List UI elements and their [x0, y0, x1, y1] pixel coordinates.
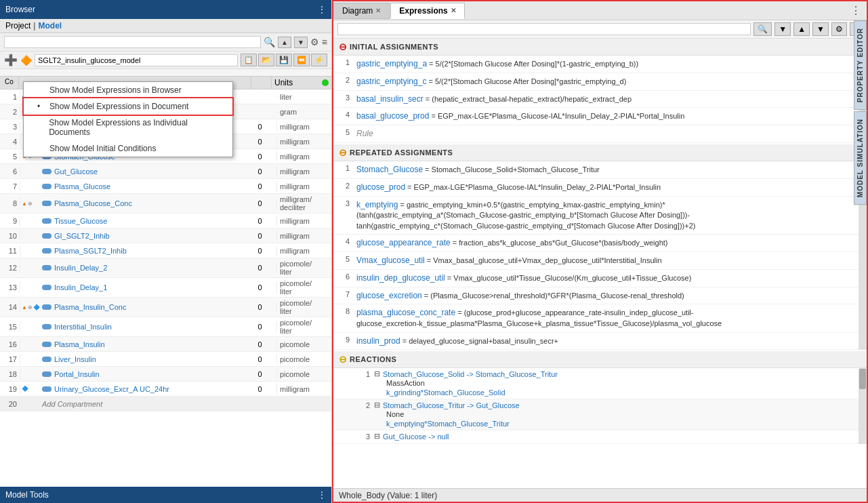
action-btn-5[interactable]: ⚡ — [311, 54, 327, 66]
model-action-btns: 📋 📂 💾 ⏪ ⚡ — [241, 54, 327, 66]
col-ic-header — [251, 77, 272, 89]
row-ic-8: 0 — [243, 198, 277, 209]
capsule-icon-14 — [42, 304, 51, 310]
row-ic-5: 0 — [243, 151, 277, 162]
right-search-input[interactable] — [337, 23, 751, 35]
row-ic-17: 0 — [243, 354, 277, 365]
side-tab-property-editor[interactable]: PROPERTY EDITOR — [854, 20, 867, 110]
add-compartment-row[interactable]: 20 Add Compartment — [0, 397, 331, 411]
reaction-row-1: 1 ⊟ Stomach_Glucose_Solid -> Stomach_Glu… — [333, 368, 867, 399]
action-btn-3[interactable]: 💾 — [276, 54, 292, 66]
reaction-3-num: 3 — [354, 432, 374, 441]
tab-diagram-close[interactable]: ✕ — [375, 7, 381, 14]
capsule-icon-8 — [42, 201, 51, 206]
model-label[interactable]: Model — [38, 21, 62, 31]
reaction-1-num: 1 — [354, 370, 374, 378]
menu-item-show-initial[interactable]: Show Model Initial Conditions — [24, 140, 232, 157]
row-ic-6: 0 — [243, 166, 277, 177]
row-name-17[interactable]: Liver_Insulin — [39, 354, 243, 365]
row-name-19[interactable]: Urinary_Glucose_Excr_A UC_24hr — [39, 384, 243, 395]
add-compartment-label[interactable]: Add Compartment — [39, 399, 331, 409]
ra-row-1: 1 Stomach_Glucose = Stomach_Glucose_Soli… — [333, 161, 867, 179]
row-ic-15: 0 — [243, 321, 277, 332]
tab-dots[interactable]: ⋮ — [845, 4, 867, 17]
table-row: 14 ▲ ⊕ 🔷 Plasma_Insulin_Conc 0 picomole/… — [0, 298, 331, 317]
ra-title: REPEATED ASSIGNMENTS — [350, 148, 453, 157]
tab-expressions-close[interactable]: ✕ — [451, 7, 456, 14]
reactions-scrollbar[interactable] — [859, 368, 867, 444]
reaction-2-kinetic: None — [386, 409, 510, 419]
search-input[interactable] — [4, 36, 261, 48]
project-model-bar: Project | Model — [0, 19, 331, 33]
row-name-9[interactable]: Tissue_Glucose — [39, 216, 243, 226]
model-name-input[interactable] — [35, 54, 238, 66]
ia-icon: ⊖ — [339, 41, 347, 52]
menu-item-show-browser[interactable]: Show Model Expressions in Browser — [24, 82, 232, 98]
action-btn-4[interactable]: ⏪ — [293, 54, 310, 66]
row-num: 10 — [0, 230, 20, 241]
right-nav-up-btn[interactable]: ▲ — [793, 22, 810, 36]
reactions-scrollbar-thumb[interactable] — [859, 369, 866, 389]
row-name-8[interactable]: Plasma_Glucose_Conc — [39, 198, 243, 209]
row-name-10[interactable]: GI_SGLT2_Inhib — [39, 230, 243, 241]
table-row: 16 Plasma_Insulin 0 picomole — [0, 337, 331, 352]
ra-row-2: 2 glucose_prod = EGP_max-LGE*Plasma_Gluc… — [333, 179, 867, 197]
row-units-18: picomole — [277, 369, 331, 380]
row-name-13[interactable]: Insulin_Delay_1 — [39, 282, 243, 293]
right-filter-down-btn[interactable]: ▼ — [774, 22, 791, 36]
side-tabs-container: PROPERTY EDITOR MODEL SIMULATION — [854, 20, 867, 205]
right-gear-btn[interactable]: ⚙ — [831, 22, 847, 36]
right-nav-down-btn[interactable]: ▼ — [812, 22, 829, 36]
row-ic-3: 0 — [243, 121, 277, 132]
nav-up-btn[interactable]: ▲ — [278, 37, 291, 48]
nav-down-btn[interactable]: ▼ — [294, 37, 308, 48]
reaction-1-eq: Stomach_Glucose_Solid -> Stomach_Glucose… — [383, 370, 558, 378]
reaction-row-3: 3 ⊟ Gut_Glucose -> null — [333, 430, 867, 444]
table-row: 10 GI_SGLT2_Inhib 0 milligram — [0, 228, 331, 243]
row-units-14: picomole/liter — [277, 298, 331, 317]
table-row: 18 Portal_Insulin 0 picomole — [0, 367, 331, 382]
capsule-icon-15 — [42, 324, 51, 329]
row-name-18[interactable]: Portal_Insulin — [39, 369, 243, 380]
side-tab-model-simulation[interactable]: MODEL SIMULATION — [854, 111, 867, 205]
ia-num-4: 4 — [333, 109, 354, 120]
tab-expressions[interactable]: Expressions ✕ — [390, 3, 464, 19]
row-name-16[interactable]: Plasma_Insulin — [39, 339, 243, 350]
ia-text-3: basal_insulin_secr = (hepatic_extract_ba… — [354, 92, 867, 106]
browser-dots[interactable]: ⋮ — [318, 5, 326, 14]
table-row: 15 Interstitial_Insulin 0 picomole/liter — [0, 317, 331, 337]
ra-row-6: 6 insulin_dep_glucose_util = Vmax_glucos… — [333, 270, 867, 287]
right-search-btn[interactable]: 🔍 — [753, 22, 772, 36]
menu-item-show-individual[interactable]: Show Model Expressions as Individual Doc… — [24, 115, 232, 140]
row-name-11[interactable]: Plasma_SGLT2_Inhib — [39, 245, 243, 256]
ra-text-2: glucose_prod = EGP_max-LGE*Plasma_Glucos… — [354, 180, 867, 195]
action-btn-1[interactable]: 📋 — [241, 54, 257, 66]
search-bar: 🔍 ▲ ▼ ⚙ ≡ — [0, 33, 331, 52]
menu-item-show-document[interactable]: • Show Model Expressions in Document — [24, 98, 232, 115]
row-name-7[interactable]: Plasma_Glucose — [39, 181, 243, 192]
gear-btn[interactable]: ⚙ — [310, 37, 319, 47]
reaction-3-header: 3 ⊟ Gut_Glucose -> null — [354, 432, 449, 441]
ra-num-8: 8 — [333, 306, 354, 317]
tab-diagram[interactable]: Diagram ✕ — [333, 3, 390, 19]
row-num: 1 — [0, 92, 20, 102]
action-btn-2[interactable]: 📂 — [258, 54, 274, 66]
row-ic-7: 0 — [243, 181, 277, 192]
row-name-14[interactable]: Plasma_Insulin_Conc — [39, 302, 243, 313]
row-name-15[interactable]: Interstitial_Insulin — [39, 321, 243, 332]
ia-text-5: Rule — [354, 127, 867, 141]
row-name-12[interactable]: Insulin_Delay_2 — [39, 262, 243, 273]
project-label[interactable]: Project — [5, 21, 30, 31]
menu-item-label-browser: Show Model Expressions in Browser — [49, 85, 182, 95]
row-units-19: milligram — [277, 384, 331, 395]
filter-btn[interactable]: ≡ — [322, 37, 327, 47]
browser-title: Browser — [5, 5, 35, 14]
row-units-10: milligram — [277, 230, 331, 241]
ra-num-5: 5 — [333, 254, 354, 264]
ra-text-9: insulin_prod = delayed_glucose_signal+ba… — [354, 334, 867, 348]
search-icon-btn[interactable]: 🔍 — [264, 37, 275, 47]
model-tools-label: Model Tools — [5, 490, 49, 500]
row-units-4: milligram — [277, 136, 331, 147]
row-name-6[interactable]: Gut_Glucose — [39, 166, 243, 177]
model-tools-dots[interactable]: ⋮ — [318, 490, 326, 500]
